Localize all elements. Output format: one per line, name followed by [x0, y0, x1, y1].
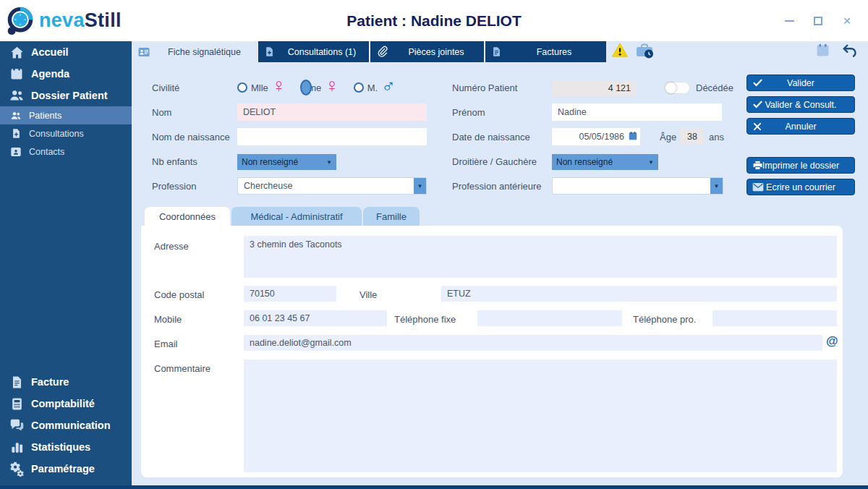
- profession-input[interactable]: [238, 178, 414, 194]
- date-picker-calendar-icon[interactable]: [628, 131, 638, 144]
- age-label: Âge: [660, 129, 676, 146]
- chevron-down-icon[interactable]: ▼: [414, 178, 426, 194]
- warning-icon: [611, 42, 629, 61]
- ville-field[interactable]: [441, 286, 837, 302]
- prenom-field[interactable]: [552, 103, 722, 121]
- subtab-coordonnees[interactable]: Coordonnées: [145, 207, 230, 226]
- telephone-fixe-field[interactable]: [477, 310, 622, 326]
- email-field[interactable]: [244, 335, 822, 351]
- chevron-down-icon: ▼: [648, 159, 654, 166]
- nom-field[interactable]: [237, 103, 427, 121]
- nom-label: Nom: [152, 104, 171, 122]
- profession-combobox[interactable]: ▼: [237, 177, 427, 195]
- sidebar-item-comptabilite[interactable]: Comptabilité: [0, 393, 132, 414]
- undo-icon[interactable]: [842, 43, 858, 61]
- subtab-famille[interactable]: Famille: [363, 207, 420, 226]
- ecrire-courrier-button[interactable]: Ecrire un courrier: [746, 179, 855, 195]
- x-icon: [752, 122, 762, 132]
- radio-mme[interactable]: Mme ♀: [300, 80, 339, 95]
- app-logo: nevaStill: [0, 6, 122, 36]
- tab-fiche-signaletique[interactable]: Fiche signalétique: [132, 41, 258, 62]
- date-naissance-field[interactable]: [552, 128, 640, 145]
- valider-button[interactable]: Valider: [746, 75, 855, 91]
- sidebar-item-patients[interactable]: Patients: [0, 106, 132, 124]
- coordonnees-panel: Adresse 3 chemin des Taconots Code posta…: [141, 226, 843, 477]
- telephone-pro-field[interactable]: [712, 310, 837, 326]
- subtab-medical-administratif[interactable]: Médical - Administratif: [231, 207, 362, 226]
- nb-enfants-select[interactable]: Non renseigné ▼: [237, 154, 336, 170]
- tab-pieces-jointes[interactable]: Pièces jointes: [370, 41, 485, 62]
- mobile-field[interactable]: [244, 310, 387, 326]
- adresse-field[interactable]: 3 chemin des Taconots: [244, 236, 837, 278]
- chevron-down-icon: ▼: [326, 159, 332, 166]
- minimize-button[interactable]: [783, 14, 796, 27]
- profession-anterieure-combobox[interactable]: ▼: [552, 177, 723, 195]
- maximize-button[interactable]: [812, 14, 825, 27]
- document-plus-icon: [264, 46, 275, 57]
- sidebar-item-facture[interactable]: Facture: [0, 371, 132, 393]
- chevron-down-icon[interactable]: ▼: [710, 178, 723, 194]
- nom-naissance-field[interactable]: [237, 128, 427, 145]
- decedee-label: Décédée: [696, 80, 733, 97]
- sidebar-item-consultations[interactable]: Consultations: [0, 124, 132, 143]
- sidebar-item-statistiques[interactable]: Statistiques: [0, 436, 132, 458]
- prenom-label: Prénom: [452, 104, 485, 122]
- gear-icon: [9, 461, 25, 477]
- droitiere-gauchere-label: Droitière / Gauchère: [452, 153, 537, 171]
- calculator-icon: [9, 396, 25, 412]
- document-icon: [491, 46, 502, 57]
- id-card-icon: [137, 46, 150, 59]
- envelope-icon: [752, 182, 764, 192]
- planning-calendar-icon[interactable]: [815, 43, 830, 61]
- profession-anterieure-input[interactable]: [553, 178, 710, 194]
- mobile-label: Mobile: [154, 312, 182, 328]
- valider-consult-button[interactable]: Valider & Consult.: [746, 96, 855, 113]
- at-email-icon[interactable]: @: [826, 334, 838, 349]
- profession-label: Profession: [152, 178, 196, 195]
- sidebar-item-contacts[interactable]: Contacts: [0, 143, 132, 161]
- sidebar-item-parametrage[interactable]: Paramétrage: [0, 458, 132, 480]
- telephone-pro-label: Téléphone pro.: [633, 312, 696, 328]
- radio-mlle[interactable]: Mlle ♀: [237, 80, 286, 95]
- close-button[interactable]: ×: [841, 14, 854, 27]
- female-symbol-icon: ♀: [325, 76, 339, 95]
- tab-factures[interactable]: Factures: [485, 41, 606, 62]
- droitiere-gauchere-select[interactable]: Non renseigné ▼: [552, 154, 658, 170]
- radio-circle[interactable]: [237, 82, 247, 93]
- civilite-radio-group: Mlle ♀ Mme ♀ M. ♂: [237, 77, 396, 98]
- code-postal-field[interactable]: [244, 286, 336, 302]
- tab-consultations[interactable]: Consultations (1): [258, 41, 370, 62]
- radio-m[interactable]: M. ♂: [354, 80, 396, 95]
- code-postal-label: Code postal: [154, 287, 204, 303]
- users-icon: [9, 109, 22, 122]
- sidebar-item-accueil[interactable]: Accueil: [0, 41, 132, 63]
- app-window: nevaStill Patient : Nadine DELIOT × Accu…: [0, 0, 868, 489]
- decedee-toggle[interactable]: [664, 82, 690, 94]
- commentaire-field[interactable]: [244, 360, 837, 472]
- sidebar-item-communication[interactable]: Communication: [0, 414, 132, 436]
- radio-circle-selected[interactable]: [300, 80, 312, 95]
- bar-chart-icon: [9, 439, 25, 455]
- paperclip-icon: [376, 46, 388, 58]
- chat-bubbles-icon: [9, 417, 25, 433]
- radio-circle[interactable]: [354, 82, 364, 93]
- sidebar-item-agenda[interactable]: Agenda: [0, 63, 132, 85]
- sidebar-item-dossier-patient[interactable]: Dossier Patient: [0, 85, 132, 106]
- imprimer-dossier-button[interactable]: Imprimer le dossier: [746, 157, 855, 174]
- check-icon: [752, 99, 763, 110]
- waiting-case-icon[interactable]: [635, 42, 654, 62]
- fiche-content: Civilité Mlle ♀ Mme ♀ M.: [132, 62, 868, 485]
- title-bar: nevaStill Patient : Nadine DELIOT ×: [0, 0, 868, 41]
- email-label: Email: [154, 336, 178, 352]
- telephone-fixe-label: Téléphone fixe: [394, 312, 456, 328]
- age-suffix: ans: [709, 129, 724, 146]
- commentaire-label: Commentaire: [154, 361, 210, 377]
- logo-icon: [6, 6, 35, 36]
- age-value: 38: [680, 129, 705, 145]
- document-plus-icon: [9, 127, 22, 140]
- main-area: Fiche signalétique Consultations (1) Piè…: [132, 41, 868, 485]
- check-icon: [752, 77, 763, 88]
- annuler-button[interactable]: Annuler: [746, 118, 855, 135]
- home-icon: [9, 44, 25, 60]
- ville-label: Ville: [359, 287, 377, 303]
